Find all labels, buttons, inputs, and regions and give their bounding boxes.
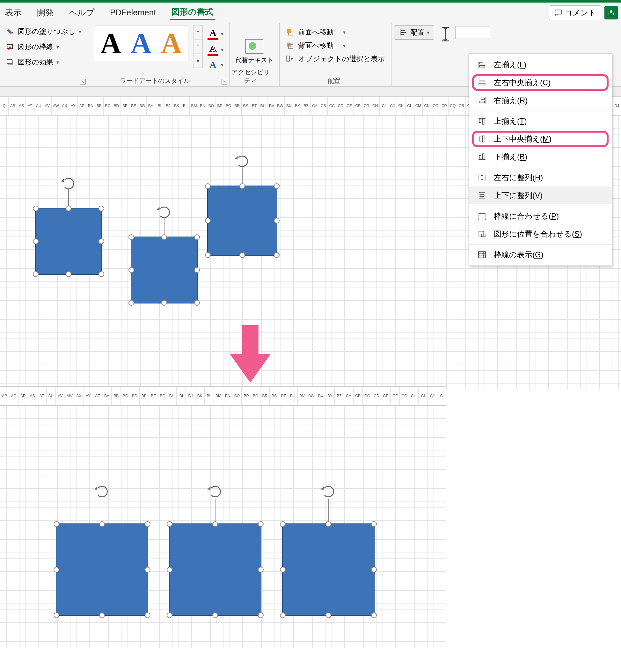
snap-to-shape-item[interactable]: 図形に位置を合わせる(S) — [469, 225, 612, 243]
column-header-cell[interactable]: CM — [414, 96, 423, 115]
tab-shape-format[interactable]: 図形の書式 — [170, 5, 215, 20]
spin-more-icon[interactable]: ▾ — [193, 54, 203, 68]
shape-rect-3[interactable] — [207, 185, 277, 256]
column-header-cell[interactable]: BD — [130, 387, 139, 405]
column-header-cell[interactable]: BU — [259, 96, 267, 115]
column-header-cell[interactable]: BS — [242, 96, 250, 115]
column-header-cell[interactable]: AU — [47, 387, 56, 405]
column-header-cell[interactable]: AU — [34, 96, 43, 115]
column-header-cell[interactable]: CF — [390, 387, 400, 405]
column-header-cell[interactable]: BJ — [164, 96, 172, 115]
selection-pane-button[interactable]: オブジェクトの選択と表示 — [285, 52, 385, 66]
column-header-cell[interactable]: CR — [457, 96, 466, 115]
spin-up-icon[interactable]: ˄ — [193, 26, 203, 40]
column-header-cell[interactable]: BO — [207, 96, 216, 115]
column-header-cell[interactable]: BN — [223, 387, 233, 405]
column-header-cell[interactable]: AX — [74, 387, 84, 405]
column-header-cell[interactable]: DJ — [612, 96, 621, 115]
rotate-handle-icon[interactable] — [209, 486, 221, 497]
align-center-h-item[interactable]: 左右中央揃え(C) — [469, 74, 612, 91]
bring-forward-button[interactable]: 前面へ移動 ▾ — [285, 26, 385, 39]
column-header-cell[interactable]: BW — [307, 387, 316, 405]
wordart-style-2[interactable]: A — [131, 29, 152, 58]
column-header-cell[interactable]: BN — [198, 96, 207, 115]
shape-effects-button[interactable]: 図形の効果 ▾ — [6, 56, 82, 68]
column-header-cell[interactable]: CG — [400, 387, 409, 405]
align-button[interactable]: 配置 ▾ — [394, 26, 434, 40]
shape-outline-button[interactable]: 図形の枠線 ▾ — [6, 41, 82, 53]
column-header-cell[interactable]: AV — [43, 96, 52, 115]
column-header-cell[interactable]: BG — [158, 387, 167, 405]
text-outline-button[interactable]: A▾ — [208, 43, 223, 56]
dialog-launcher-icon[interactable]: ⤡ — [221, 79, 227, 84]
column-header-cell[interactable]: CH — [409, 387, 419, 405]
column-header-cell[interactable]: BE — [140, 387, 149, 405]
column-header-cell[interactable]: BM — [190, 96, 198, 115]
align-middle-item[interactable]: 上下中央揃え(M) — [469, 130, 612, 148]
column-header-cell[interactable]: CJ — [388, 96, 397, 115]
column-header-cell[interactable]: BK — [196, 387, 205, 405]
column-header-cell[interactable]: BG — [138, 96, 147, 115]
distribute-h-item[interactable]: 左右に整列(H) — [469, 169, 612, 186]
share-button[interactable] — [605, 6, 618, 19]
rotate-handle-icon[interactable] — [237, 156, 248, 167]
column-header-cell[interactable]: BX — [285, 96, 293, 115]
tab-pdf[interactable]: PDFelement — [108, 6, 158, 19]
column-header-cell[interactable]: BZ — [302, 96, 310, 115]
column-header-cell[interactable]: BZ — [335, 387, 344, 405]
column-header-cell[interactable]: CG — [363, 96, 371, 115]
column-header-cell[interactable]: BQ — [251, 387, 260, 405]
column-header-cell[interactable]: BP — [216, 96, 224, 115]
tab-help[interactable]: ヘルプ — [67, 6, 96, 19]
column-header-cell[interactable]: BW — [276, 96, 285, 115]
column-header-cell[interactable]: BQ — [224, 96, 233, 115]
align-bottom-item[interactable]: 下揃え(B) — [469, 148, 612, 166]
column-header-cell[interactable]: BM — [214, 387, 223, 405]
column-header-cell[interactable]: BC — [121, 387, 130, 405]
column-header-cell[interactable]: BX — [316, 387, 326, 405]
column-header-cell[interactable]: BF — [149, 387, 158, 405]
column-header-cell[interactable]: BE — [121, 96, 129, 115]
column-header-cell[interactable]: AY — [84, 387, 93, 405]
column-header-cell[interactable]: CN — [423, 96, 431, 115]
column-header-cell[interactable]: BS — [270, 387, 279, 405]
column-header-cell[interactable]: AZ — [93, 387, 102, 405]
column-header-cell[interactable]: AW — [65, 387, 74, 405]
column-header-cell[interactable]: BY — [293, 96, 302, 115]
shape-rect-2[interactable] — [131, 237, 198, 303]
column-header-cell[interactable]: AR — [18, 387, 28, 405]
column-header-cell[interactable]: AR — [9, 96, 17, 115]
column-header-cell[interactable]: BF — [129, 96, 138, 115]
column-header-cell[interactable]: CD — [336, 96, 345, 115]
align-top-item[interactable]: 上揃え(T) — [469, 112, 612, 130]
view-gridlines-item[interactable]: 枠線の表示(G) — [469, 246, 612, 264]
column-header-cell[interactable]: BL — [205, 387, 214, 405]
column-header-cell[interactable]: CL — [406, 96, 414, 115]
column-header-cell[interactable]: CB — [319, 96, 328, 115]
column-header-cell[interactable]: AX — [60, 96, 69, 115]
column-header-cell[interactable]: BT — [279, 387, 288, 405]
column-header-cell[interactable]: BU — [288, 387, 297, 405]
rotate-handle-icon[interactable] — [63, 178, 74, 190]
column-header-cell[interactable]: C — [437, 387, 446, 405]
column-header-cell[interactable]: CE — [381, 387, 390, 405]
text-fill-button[interactable]: A▾ — [208, 28, 223, 40]
column-header-cell[interactable]: BA — [86, 96, 95, 115]
wordart-style-1[interactable]: A — [100, 29, 121, 58]
column-header-cell[interactable]: CI — [419, 387, 428, 405]
shape-rect-2-after[interactable] — [169, 523, 261, 616]
column-header-cell[interactable]: AY — [69, 96, 78, 115]
column-header-cell[interactable]: AW — [52, 96, 60, 115]
rotate-handle-icon[interactable] — [323, 486, 334, 497]
align-right-item[interactable]: 右揃え(R) — [469, 91, 612, 109]
shape-rect-1-after[interactable] — [56, 523, 148, 616]
snap-to-grid-item[interactable]: 枠線に合わせる(P) — [469, 207, 612, 225]
column-header-cell[interactable]: CH — [371, 96, 380, 115]
column-header-cell[interactable]: BT — [250, 96, 259, 115]
column-header-cell[interactable]: CO — [431, 96, 440, 115]
shape-fill-button[interactable]: 図形の塗りつぶし ▾ — [6, 26, 82, 38]
column-header-cell[interactable]: BR — [260, 387, 270, 405]
column-header-cell[interactable]: BH — [147, 96, 155, 115]
column-header-cell[interactable]: CK — [397, 96, 406, 115]
column-header-cell[interactable]: BI — [177, 387, 186, 405]
